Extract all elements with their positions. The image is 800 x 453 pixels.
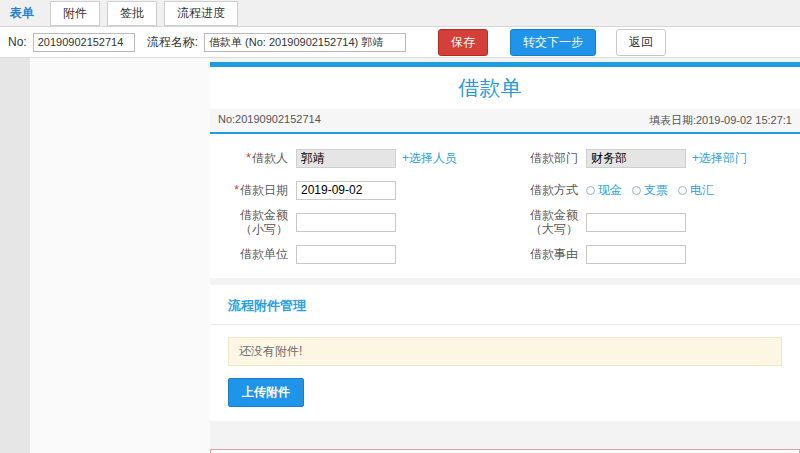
department-input[interactable] xyxy=(586,149,686,168)
radio-icon xyxy=(632,186,641,195)
form-row: 借款金额（小写） 借款金额（大写） xyxy=(218,206,800,238)
fill-date: 填表日期:2019-09-02 15:27:1 xyxy=(649,113,792,128)
amount-big-input[interactable] xyxy=(586,213,686,232)
method-label: 借款方式 xyxy=(508,183,586,197)
reason-label: 借款事由 xyxy=(508,247,586,261)
amount-big-label: 借款金额（大写） xyxy=(508,208,586,237)
process-name-input[interactable] xyxy=(204,33,406,52)
process-name-label: 流程名称: xyxy=(147,34,198,51)
tab-form[interactable]: 表单 xyxy=(10,5,34,22)
form-subheader: No:20190902152714 填表日期:2019-09-02 15:27:… xyxy=(210,109,800,132)
amount-big-cell: 借款金额（大写） xyxy=(508,208,800,237)
next-step-button[interactable]: 转交下一步 xyxy=(510,29,596,56)
tab-progress[interactable]: 流程进度 xyxy=(164,1,238,26)
amount-small-cell: 借款金额（小写） xyxy=(218,208,508,237)
back-button[interactable]: 返回 xyxy=(616,29,666,56)
no-attachment-notice: 还没有附件! xyxy=(228,337,782,366)
select-department-link[interactable]: +选择部门 xyxy=(692,150,747,167)
amount-small-label: 借款金额（小写） xyxy=(218,208,296,237)
radio-icon xyxy=(678,186,687,195)
borrower-cell: *借款人 +选择人员 xyxy=(218,149,508,168)
department-label: 借款部门 xyxy=(508,151,586,165)
loan-date-cell: *借款日期 xyxy=(218,181,508,200)
unit-input[interactable] xyxy=(296,245,396,264)
no-label: No: xyxy=(8,35,27,49)
unit-cell: 借款单位 xyxy=(218,245,508,264)
form-grid: *借款人 +选择人员 借款部门 +选择部门 *借款日期 借款方式 xyxy=(210,134,800,278)
loan-date-input[interactable] xyxy=(296,181,396,200)
left-strip xyxy=(0,58,30,453)
required-mark: * xyxy=(234,183,239,197)
loan-form-panel: 借款单 No:20190902152714 填表日期:2019-09-02 15… xyxy=(210,62,800,278)
attachment-panel: 流程附件管理 还没有附件! 上传附件 xyxy=(210,285,800,421)
required-mark: * xyxy=(246,151,251,165)
department-cell: 借款部门 +选择部门 xyxy=(508,149,800,168)
radio-cash[interactable]: 现金 xyxy=(586,182,622,199)
toolbar: No: 流程名称: 保存 转交下一步 返回 xyxy=(0,27,800,58)
radio-icon xyxy=(586,186,595,195)
tab-bar: 表单 附件 签批 流程进度 xyxy=(0,0,800,27)
approval-panel: 流程签批意见 B I abc A ∞ ▣ ⚑ ≡ ≡ ⇤ ⇥ ”” 样式▾ xyxy=(210,449,800,453)
loan-date-label: *借款日期 xyxy=(218,183,296,197)
method-cell: 借款方式 现金 支票 电汇 xyxy=(508,182,800,199)
doc-no: No:20190902152714 xyxy=(218,113,321,128)
radio-wire[interactable]: 电汇 xyxy=(678,182,714,199)
borrower-label: *借款人 xyxy=(218,151,296,165)
no-input[interactable] xyxy=(33,33,135,52)
upload-attachment-button[interactable]: 上传附件 xyxy=(228,378,304,407)
form-row: *借款人 +选择人员 借款部门 +选择部门 xyxy=(218,142,800,174)
borrower-input[interactable] xyxy=(296,149,396,168)
radio-check[interactable]: 支票 xyxy=(632,182,668,199)
reason-cell: 借款事由 xyxy=(508,245,800,264)
left-background xyxy=(30,58,210,453)
amount-small-input[interactable] xyxy=(296,213,396,232)
form-row: *借款日期 借款方式 现金 支票 电汇 xyxy=(218,174,800,206)
select-person-link[interactable]: +选择人员 xyxy=(402,150,457,167)
save-button[interactable]: 保存 xyxy=(438,29,488,56)
main-content: 借款单 No:20190902152714 填表日期:2019-09-02 15… xyxy=(210,62,800,453)
page-title: 借款单 xyxy=(210,67,800,109)
attachment-section-title: 流程附件管理 xyxy=(210,285,800,325)
form-row: 借款单位 借款事由 xyxy=(218,238,800,270)
tab-attachment[interactable]: 附件 xyxy=(50,1,100,26)
reason-input[interactable] xyxy=(586,245,686,264)
tab-approve[interactable]: 签批 xyxy=(107,1,157,26)
unit-label: 借款单位 xyxy=(218,247,296,261)
method-radio-group: 现金 支票 电汇 xyxy=(586,182,724,199)
